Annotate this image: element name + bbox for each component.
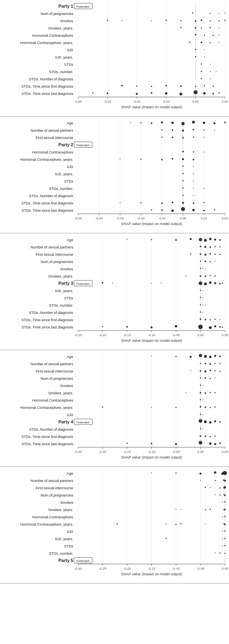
data-dot <box>214 239 216 241</box>
data-dot <box>199 441 202 444</box>
row-label: Age <box>67 121 73 125</box>
data-dot <box>225 13 225 14</box>
row-label: IUD..years. <box>55 55 73 59</box>
data-dot <box>204 130 205 131</box>
data-dot <box>193 181 194 181</box>
data-dot <box>204 35 205 36</box>
data-dot <box>181 122 184 125</box>
x-tick-label: -0.05 <box>74 217 82 220</box>
data-dot <box>214 406 216 408</box>
chart-section-party4: AgeNumber.of.sexual.partnersFirst.sexual… <box>0 350 229 467</box>
data-dot <box>218 93 220 94</box>
data-dot <box>205 261 206 262</box>
data-dot <box>210 246 211 248</box>
chart-svg-party2: AgeNumber.of.sexual.partnersFirst.sexual… <box>0 119 229 232</box>
data-dot <box>222 282 223 284</box>
data-dot <box>200 318 201 320</box>
data-dot <box>121 85 123 86</box>
data-dot <box>222 539 223 539</box>
data-dot <box>190 238 192 240</box>
data-dot <box>182 166 184 167</box>
data-dot <box>222 545 223 546</box>
x-tick-label: 0.00 <box>222 567 228 570</box>
x-tick-label: -0.25 <box>99 567 106 570</box>
row-label: Smokes..years. <box>48 26 73 30</box>
x-tick-label: 0.00 <box>197 333 204 337</box>
data-dot <box>214 480 216 481</box>
row-label: Smokes <box>60 384 73 388</box>
data-dot <box>161 202 163 204</box>
x-tick-label: -0.15 <box>123 333 131 337</box>
data-dot <box>193 159 194 160</box>
row-label: Smokes..years. <box>48 391 73 395</box>
data-dot <box>107 93 108 94</box>
data-dot <box>193 166 194 167</box>
party-label-party4: Party 4 <box>58 419 74 424</box>
x-axis-label: SHAP value (impact on model output) <box>121 339 182 343</box>
chart-section-party3: AgeNumber.of.sexual.partnersFirst.sexual… <box>0 234 229 350</box>
data-dot <box>172 158 173 160</box>
data-dot <box>222 502 223 503</box>
data-dot <box>203 290 204 291</box>
data-dot <box>182 195 184 196</box>
data-dot <box>204 370 206 373</box>
data-dot <box>219 363 221 364</box>
data-dot <box>219 442 221 444</box>
row-label: STDs <box>64 296 74 300</box>
data-dot <box>165 20 167 21</box>
row-label: IUD <box>67 530 74 534</box>
data-dot <box>210 13 211 14</box>
row-label: Smokes <box>60 501 73 505</box>
data-dot <box>130 122 131 123</box>
data-dot <box>204 152 204 153</box>
data-dot <box>199 282 202 285</box>
data-dot <box>182 180 184 181</box>
row-label: STDs..Number.of.diagnosis <box>29 427 73 431</box>
data-dot <box>218 42 219 43</box>
data-dot <box>223 471 225 474</box>
data-dot <box>200 392 201 394</box>
data-dot <box>185 276 186 276</box>
data-dot <box>120 202 121 203</box>
data-dot <box>151 326 153 328</box>
data-dot <box>200 435 201 437</box>
data-dot <box>200 275 201 277</box>
data-dot <box>140 159 142 160</box>
data-dot <box>214 282 216 284</box>
data-dot <box>222 516 223 517</box>
data-dot <box>200 311 201 313</box>
data-dot <box>151 473 152 474</box>
row-label: Num.of.pregnancies <box>40 260 73 264</box>
x-tick-label: -0.02 <box>137 217 145 220</box>
data-dot <box>204 202 205 203</box>
row-label: First.sexual.intercourse <box>36 136 73 140</box>
data-dot <box>210 363 211 365</box>
data-dot <box>176 473 177 474</box>
data-dot <box>218 35 219 36</box>
x-tick-label: -0.01 <box>158 217 166 220</box>
data-dot <box>195 27 196 29</box>
data-dot <box>151 92 153 94</box>
data-dot <box>203 429 204 429</box>
chart-svg-party3: AgeNumber.of.sexual.partnersFirst.sexual… <box>0 236 229 349</box>
data-dot <box>176 509 176 510</box>
data-dot <box>193 202 194 204</box>
data-dot <box>210 436 211 437</box>
data-dot <box>102 406 103 408</box>
row-label: First.sexual.intercourse <box>36 253 73 257</box>
row-label: STDs..number. <box>49 303 73 307</box>
data-dot <box>204 282 207 285</box>
x-tick-label: 0.01 <box>222 100 228 103</box>
data-dot <box>201 71 202 72</box>
row-label: STDs..number. <box>49 70 73 74</box>
row-label: STDs..Time.since.first.diagnosis <box>21 201 74 205</box>
data-dot <box>225 553 226 554</box>
row-label: STDs..Time.since.last.diagnosis <box>21 208 73 213</box>
x-tick-label: -0.20 <box>99 450 106 454</box>
data-dot <box>210 42 211 43</box>
row-label: Smokes <box>60 19 73 23</box>
row-label: Hormonal.Contraceptives..years. <box>20 522 73 526</box>
data-dot <box>214 471 216 474</box>
data-dot <box>190 370 191 371</box>
x-tick-label: -0.20 <box>123 567 131 570</box>
